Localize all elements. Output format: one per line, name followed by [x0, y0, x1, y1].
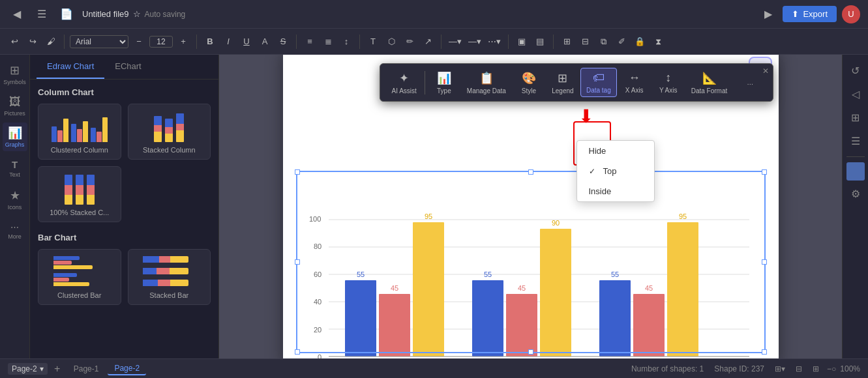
- pictures-icon: 🖼: [9, 95, 21, 109]
- font-size-input[interactable]: [149, 36, 173, 48]
- canvas-background[interactable]: ✕ ✦ AI Assist 📊 Type 📋 Manage Data: [219, 55, 842, 358]
- text-format-button[interactable]: T: [365, 33, 381, 50]
- border-style-button[interactable]: —▾: [466, 33, 483, 50]
- dropdown-hide[interactable]: Hide: [577, 141, 654, 161]
- line-style-button[interactable]: —▾: [447, 33, 464, 50]
- svg-rect-26: [633, 294, 665, 356]
- menu-button[interactable]: ☰: [33, 5, 51, 23]
- star-icon[interactable]: ☆: [133, 9, 141, 19]
- bold-button[interactable]: B: [202, 33, 218, 50]
- chart-item-stacked-column[interactable]: Stacked Column: [128, 104, 211, 160]
- ct-manage-data[interactable]: 📋 Manage Data: [462, 68, 511, 97]
- ungroup-button[interactable]: ⊟: [577, 33, 593, 50]
- font-size-increase[interactable]: +: [175, 33, 191, 50]
- svg-text:45: 45: [644, 284, 652, 292]
- dropdown-inside[interactable]: Inside: [577, 181, 654, 201]
- zoom-out[interactable]: −○: [827, 364, 836, 373]
- graphs-icon: 📊: [8, 126, 22, 140]
- ct-more[interactable]: …: [734, 76, 766, 89]
- ct-data-tag[interactable]: 🏷 Data tag: [580, 68, 617, 97]
- ct-ai-assist[interactable]: ✦ AI Assist: [387, 68, 422, 97]
- ai-assist-icon: ✦: [399, 71, 409, 85]
- layers-button[interactable]: ⧗: [650, 33, 666, 50]
- more-icon: ⋯: [10, 222, 19, 232]
- sidebar-item-icons[interactable]: ★ Icons: [3, 185, 27, 214]
- dropdown-top[interactable]: Top: [577, 161, 654, 181]
- align-options-button[interactable]: ≣: [320, 33, 336, 50]
- ct-style[interactable]: 🎨 Style: [513, 68, 545, 97]
- pen-button[interactable]: ✏: [402, 33, 417, 50]
- shape-button[interactable]: ⬡: [383, 33, 399, 50]
- lock-button[interactable]: 🔒: [632, 33, 648, 50]
- data-format-icon: 📐: [702, 71, 717, 85]
- sidebar-item-symbols[interactable]: ⊞ Symbols: [3, 60, 27, 89]
- more-label: More: [8, 233, 22, 240]
- fit-icon[interactable]: ⊟: [796, 364, 802, 373]
- export-button[interactable]: ⬆ Export: [783, 6, 837, 22]
- right-panel-grid[interactable]: ⊞: [845, 107, 866, 128]
- page-tab-page2[interactable]: Page-1: [67, 363, 106, 375]
- stacked-bar-label: Stacked Bar: [149, 291, 188, 299]
- handle-mr[interactable]: [762, 259, 767, 265]
- strikethrough-button[interactable]: S: [275, 33, 291, 50]
- right-panel-edit[interactable]: ↺: [845, 60, 866, 81]
- undo-button[interactable]: ↩: [7, 33, 22, 50]
- legend-label: Legend: [552, 87, 573, 94]
- edit-shape-button[interactable]: ✐: [614, 33, 629, 50]
- callout-button[interactable]: ▤: [532, 33, 548, 50]
- tab-echart[interactable]: EChart: [104, 55, 151, 79]
- text-label: Text: [9, 171, 20, 178]
- ct-x-axis[interactable]: ↔ X Axis: [618, 68, 651, 96]
- add-page-button[interactable]: +: [50, 362, 65, 376]
- 100pct-label: 100% Stacked C...: [50, 209, 109, 216]
- view-split[interactable]: ⊞: [813, 364, 819, 373]
- svg-text:90: 90: [551, 219, 559, 227]
- sidebar-item-more[interactable]: ⋯ More: [3, 216, 27, 245]
- arrange-button[interactable]: ⧉: [595, 33, 611, 50]
- paint-format-button[interactable]: 🖌: [43, 33, 59, 50]
- chart-sidebar-tabs: Edraw Chart EChart: [30, 55, 218, 80]
- underline-button[interactable]: U: [239, 33, 254, 50]
- container-button[interactable]: ▣: [514, 33, 530, 50]
- connector-button[interactable]: ↗: [420, 33, 436, 50]
- back-button[interactable]: ◀: [8, 5, 26, 23]
- bar-chart-grid: Clustered Bar: [38, 249, 211, 305]
- ct-y-axis[interactable]: ↕ Y Axis: [652, 68, 685, 96]
- handle-tr[interactable]: [762, 169, 767, 175]
- chart-item-100pct[interactable]: 100% Stacked C...: [38, 166, 121, 222]
- sidebar-item-pictures[interactable]: 🖼 Pictures: [3, 91, 27, 120]
- avatar[interactable]: U: [842, 5, 860, 23]
- sidebar-item-graphs[interactable]: 📊 Graphs: [3, 123, 27, 151]
- sidebar-item-text[interactable]: T Text: [3, 154, 27, 182]
- right-panel-nav[interactable]: ◁: [845, 83, 866, 104]
- tab-edraw-chart[interactable]: Edraw Chart: [37, 55, 104, 79]
- font-family-select[interactable]: Arial: [70, 35, 128, 48]
- right-panel-settings[interactable]: ⚙: [845, 183, 866, 204]
- chart-item-clustered-bar[interactable]: Clustered Bar: [38, 249, 121, 305]
- dash-style-button[interactable]: ⋯▾: [486, 33, 503, 50]
- ct-legend[interactable]: ⊞ Legend: [546, 68, 579, 97]
- graphs-label: Graphs: [5, 141, 25, 148]
- toolbar-close[interactable]: ✕: [762, 66, 769, 76]
- play-button[interactable]: ▶: [759, 5, 777, 23]
- page-tab-page1[interactable]: Page-2: [108, 362, 146, 375]
- line-height-button[interactable]: ↕: [338, 33, 354, 50]
- chart-item-clustered-column[interactable]: Clustered Column: [38, 104, 121, 160]
- left-icon-strip: ⊞ Symbols 🖼 Pictures 📊 Graphs T Text ★ I…: [0, 55, 30, 358]
- group-button[interactable]: ⊞: [559, 33, 575, 50]
- align-center-button[interactable]: ≡: [302, 33, 318, 50]
- handle-br[interactable]: [762, 349, 767, 355]
- page-dropdown[interactable]: Page-2 ▾: [8, 363, 48, 375]
- clustered-column-label: Clustered Column: [51, 146, 108, 154]
- right-panel-list[interactable]: ☰: [845, 130, 866, 151]
- snap-icon[interactable]: ⊞▾: [775, 364, 785, 373]
- ct-type[interactable]: 📊 Type: [428, 68, 460, 97]
- 100pct-preview: [53, 172, 106, 205]
- redo-button[interactable]: ↪: [25, 33, 40, 50]
- font-color-button[interactable]: A: [257, 33, 273, 50]
- svg-text:55: 55: [610, 270, 618, 278]
- italic-button[interactable]: I: [220, 33, 236, 50]
- font-size-decrease[interactable]: −: [131, 33, 147, 50]
- chart-item-stacked-bar[interactable]: Stacked Bar: [128, 249, 211, 305]
- ct-data-format[interactable]: 📐 Data Format: [686, 68, 733, 97]
